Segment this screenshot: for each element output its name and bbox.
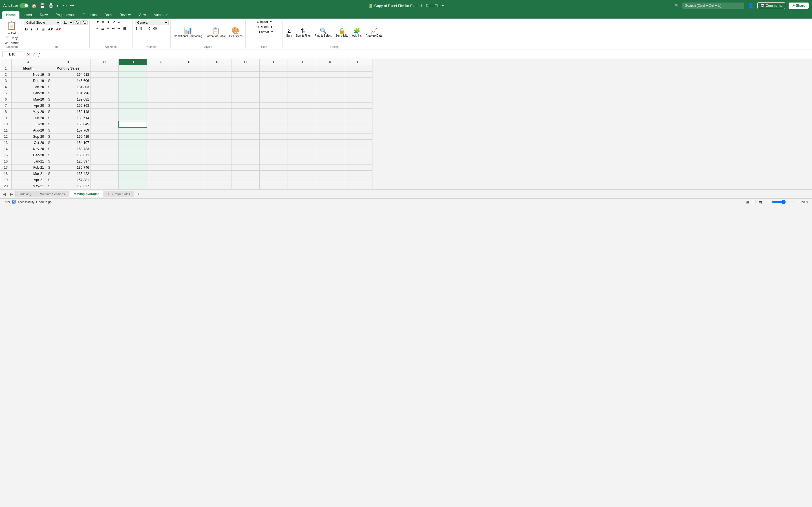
cell-G8[interactable] — [203, 109, 232, 115]
cell-A4[interactable]: Jan-20 — [11, 84, 45, 90]
cell-F20[interactable] — [175, 183, 203, 189]
cell-J9[interactable] — [288, 115, 316, 121]
cell-K2[interactable] — [316, 71, 344, 78]
cell-B20[interactable]: $ 150,627 — [45, 183, 91, 189]
cell-A12[interactable]: Sep-20 — [11, 133, 45, 140]
cell-G12[interactable] — [203, 133, 232, 140]
cell-E20[interactable] — [147, 183, 175, 189]
row-num-14[interactable]: 14 — [0, 146, 11, 152]
cell-F9[interactable] — [175, 115, 203, 121]
cell-C4[interactable] — [91, 84, 119, 90]
scroll-tabs-left[interactable]: ◀ — [1, 191, 8, 197]
cell-J6[interactable] — [288, 96, 316, 103]
scroll-tabs-right[interactable]: ▶ — [8, 191, 15, 197]
cell-C13[interactable] — [91, 140, 119, 146]
cell-J1[interactable] — [288, 65, 316, 71]
cell-F3[interactable] — [175, 78, 203, 84]
cell-E17[interactable] — [147, 165, 175, 171]
border-button[interactable]: ⊞ — [40, 26, 46, 32]
cell-D9[interactable] — [119, 115, 147, 121]
cell-L13[interactable] — [344, 140, 372, 146]
cell-E5[interactable] — [147, 90, 175, 96]
cell-H1[interactable] — [232, 65, 260, 71]
delete-button[interactable]: ⊖ Delete — [255, 25, 269, 29]
sheet-tab-indexing[interactable]: Indexing — [15, 191, 36, 197]
zoom-in-btn[interactable]: + — [797, 200, 799, 204]
cell-L9[interactable] — [344, 115, 372, 121]
cell-E16[interactable] — [147, 158, 175, 165]
col-header-C[interactable]: C — [91, 59, 119, 65]
cell-B5[interactable]: $ 131,796 — [45, 90, 91, 96]
cell-L2[interactable] — [344, 71, 372, 78]
cell-F16[interactable] — [175, 158, 203, 165]
col-header-D[interactable]: D — [119, 59, 147, 65]
cell-H14[interactable] — [232, 146, 260, 152]
cell-G17[interactable] — [203, 165, 232, 171]
cell-K19[interactable] — [316, 177, 344, 183]
cell-C6[interactable] — [91, 96, 119, 103]
cell-D11[interactable] — [119, 127, 147, 133]
align-right-btn[interactable]: ≡ — [106, 26, 110, 31]
cut-button[interactable]: ✂ Cut — [4, 31, 19, 36]
row-num-6[interactable]: 6 — [0, 96, 11, 103]
autosave-toggle[interactable]: AutoSave — [3, 3, 29, 8]
cell-A19[interactable]: Apr-21 — [11, 177, 45, 183]
cell-L6[interactable] — [344, 96, 372, 103]
comma-btn[interactable]: , — [144, 26, 146, 31]
cell-B3[interactable]: $ 145,606 — [45, 78, 91, 84]
cell-C16[interactable] — [91, 158, 119, 165]
tab-page-layout[interactable]: Page Layout — [52, 11, 79, 18]
cell-H9[interactable] — [232, 115, 260, 121]
cell-F7[interactable] — [175, 103, 203, 109]
col-header-L[interactable]: L — [344, 59, 372, 65]
cell-K6[interactable] — [316, 96, 344, 103]
cell-A2[interactable]: Nov-19 — [11, 71, 45, 78]
cell-K12[interactable] — [316, 133, 344, 140]
cell-L17[interactable] — [344, 165, 372, 171]
cell-C3[interactable] — [91, 78, 119, 84]
cell-I8[interactable] — [260, 109, 288, 115]
cell-L7[interactable] — [344, 103, 372, 109]
search-input[interactable] — [682, 3, 744, 9]
tab-data[interactable]: Data — [101, 11, 116, 18]
cell-C10[interactable] — [91, 121, 119, 127]
increase-font-btn[interactable]: A↑ — [74, 20, 81, 25]
row-num-12[interactable]: 12 — [0, 133, 11, 140]
cell-F1[interactable] — [175, 65, 203, 71]
cell-I15[interactable] — [260, 152, 288, 158]
cell-C7[interactable] — [91, 103, 119, 109]
cell-J19[interactable] — [288, 177, 316, 183]
cell-E13[interactable] — [147, 140, 175, 146]
cell-J4[interactable] — [288, 84, 316, 90]
cell-B9[interactable]: $ 139,614 — [45, 115, 91, 121]
cell-H16[interactable] — [232, 158, 260, 165]
tab-insert[interactable]: Insert — [19, 11, 36, 18]
cell-K17[interactable] — [316, 165, 344, 171]
cell-L16[interactable] — [344, 158, 372, 165]
col-header-E[interactable]: E — [147, 59, 175, 65]
cell-I6[interactable] — [260, 96, 288, 103]
save-icon-btn[interactable]: 💾 — [40, 3, 45, 8]
cell-G18[interactable] — [203, 171, 232, 177]
sum-button[interactable]: Σ Sum — [285, 26, 293, 38]
cell-I1[interactable] — [260, 65, 288, 71]
bold-button[interactable]: B — [24, 26, 29, 32]
cell-L11[interactable] — [344, 127, 372, 133]
cell-J12[interactable] — [288, 133, 316, 140]
decrease-font-btn[interactable]: A↓ — [81, 20, 88, 25]
row-num-13[interactable]: 13 — [0, 140, 11, 146]
more-btn[interactable]: ••• — [70, 3, 74, 8]
cell-H2[interactable] — [232, 71, 260, 78]
cell-A9[interactable]: Jun-20 — [11, 115, 45, 121]
cell-K18[interactable] — [316, 171, 344, 177]
cell-F17[interactable] — [175, 165, 203, 171]
cell-D16[interactable] — [119, 158, 147, 165]
formula-input[interactable] — [43, 52, 810, 57]
cell-H15[interactable] — [232, 152, 260, 158]
row-num-3[interactable]: 3 — [0, 78, 11, 84]
cell-H6[interactable] — [232, 96, 260, 103]
cell-E12[interactable] — [147, 133, 175, 140]
cell-G2[interactable] — [203, 71, 232, 78]
cell-K16[interactable] — [316, 158, 344, 165]
currency-btn[interactable]: $ — [135, 26, 138, 31]
